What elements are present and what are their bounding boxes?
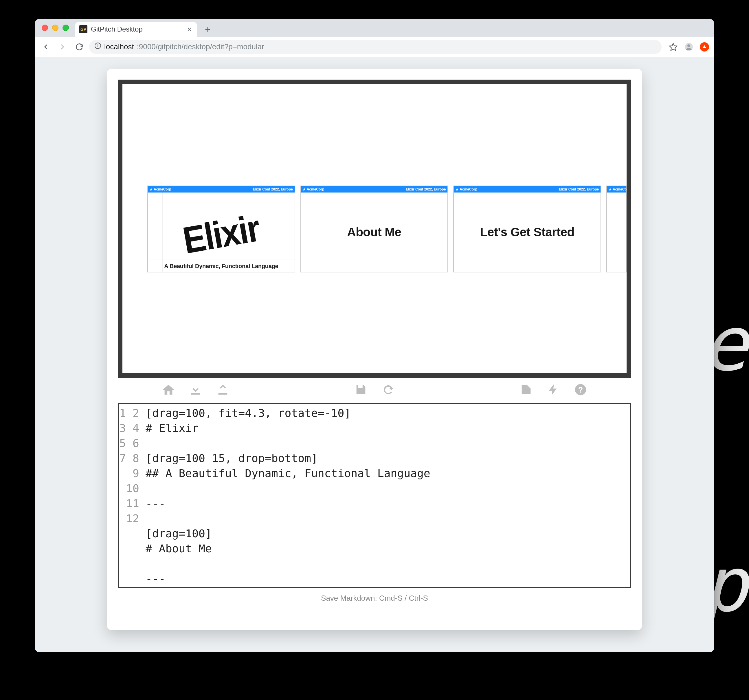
slide-preview-frame: AcmeCorp Elixir Conf 2022, Europe Elixir… — [118, 80, 631, 378]
slide-header: AcmeCorp Elixir Conf 2022, Europe — [301, 186, 448, 193]
browser-window: GP GitPitch Desktop × + localhost:9000/g… — [35, 19, 714, 652]
slide-1-title: Elixir — [180, 209, 262, 259]
nav-reload-button[interactable] — [72, 40, 86, 54]
svg-point-2 — [98, 44, 98, 45]
window-zoom-button[interactable] — [63, 25, 69, 31]
url-host: localhost — [104, 42, 134, 51]
window-controls — [39, 19, 73, 37]
save-hint: Save Markdown: Cmd-S / Ctrl-S — [107, 588, 642, 610]
svg-text:?: ? — [578, 386, 583, 394]
editor-code[interactable]: [drag=100, fit=4.3, rotate=-10] # Elixir… — [142, 404, 630, 587]
slide-brand: AcmeCorp — [608, 187, 630, 191]
slide-brand: AcmeCorp — [456, 187, 477, 191]
slide-brand: AcmeCorp — [150, 187, 171, 191]
slide-thumbnail-1[interactable]: AcmeCorp Elixir Conf 2022, Europe Elixir… — [147, 185, 295, 273]
save-icon[interactable] — [354, 383, 368, 397]
svg-marker-3 — [670, 43, 677, 51]
url-path: :9000/gitpitch/desktop/edit?p=modular — [137, 42, 264, 51]
slide-event: Elixir Conf 2022, Europe — [559, 187, 599, 191]
window-minimize-button[interactable] — [52, 25, 58, 31]
slide-brand: AcmeCorp — [303, 187, 324, 191]
tab-close-icon[interactable]: × — [186, 25, 193, 34]
site-info-icon[interactable] — [94, 42, 101, 51]
slide-event: Elixir Conf 2022, Europe — [406, 187, 446, 191]
upload-icon[interactable] — [216, 383, 229, 397]
download-icon[interactable] — [189, 383, 202, 397]
home-icon[interactable] — [162, 383, 175, 397]
address-bar[interactable]: localhost:9000/gitpitch/desktop/edit?p=m… — [89, 40, 662, 54]
svg-point-5 — [687, 44, 690, 47]
slide-thumbnail-3[interactable]: AcmeCorp Elixir Conf 2022, Europe Let's … — [453, 185, 601, 273]
slide-event: Elixir Conf 2022, Europe — [253, 187, 293, 191]
refresh-icon[interactable] — [381, 383, 395, 397]
markdown-editor[interactable]: 1 2 3 4 5 6 7 8 9 10 11 12 [drag=100, fi… — [118, 403, 631, 588]
window-close-button[interactable] — [42, 25, 48, 31]
editor-gutter: 1 2 3 4 5 6 7 8 9 10 11 12 — [119, 404, 142, 587]
browser-tabstrip: GP GitPitch Desktop × + — [35, 19, 714, 37]
new-tab-button[interactable]: + — [202, 23, 214, 35]
slide-thumbnails-row[interactable]: AcmeCorp Elixir Conf 2022, Europe Elixir… — [147, 185, 627, 273]
help-icon[interactable]: ? — [574, 383, 587, 397]
nav-back-button[interactable] — [39, 40, 53, 54]
nav-forward-button[interactable] — [55, 40, 69, 54]
slide-header: AcmeCorp Elixir Conf 2022, Europe — [148, 186, 295, 193]
slide-header: AcmeCorp Elixir Conf 2022, Europe — [454, 186, 601, 193]
browser-tab-active[interactable]: GP GitPitch Desktop × — [75, 22, 197, 37]
slide-thumbnail-4-partial[interactable]: AcmeCorp — [606, 185, 627, 273]
slide-thumbnail-2[interactable]: AcmeCorp Elixir Conf 2022, Europe About … — [300, 185, 448, 273]
gitpitch-app-panel: AcmeCorp Elixir Conf 2022, Europe Elixir… — [107, 69, 642, 630]
slide-header: AcmeCorp — [607, 186, 626, 193]
browser-toolbar: localhost:9000/gitpitch/desktop/edit?p=m… — [35, 37, 714, 57]
bolt-icon[interactable] — [547, 383, 560, 397]
bookmark-star-icon[interactable] — [667, 41, 679, 53]
extension-icon[interactable] — [699, 41, 710, 53]
tab-favicon: GP — [79, 25, 87, 33]
editor-toolbar: ? — [107, 378, 642, 403]
open-external-icon[interactable] — [520, 383, 533, 397]
tab-title: GitPitch Desktop — [91, 25, 183, 33]
slide-2-title: About Me — [347, 225, 401, 239]
slide-3-title: Let's Get Started — [480, 225, 575, 239]
slide-1-subtitle: A Beautiful Dynamic, Functional Language — [148, 263, 295, 270]
page-content: AcmeCorp Elixir Conf 2022, Europe Elixir… — [35, 57, 714, 652]
profile-avatar-icon[interactable] — [683, 41, 695, 53]
